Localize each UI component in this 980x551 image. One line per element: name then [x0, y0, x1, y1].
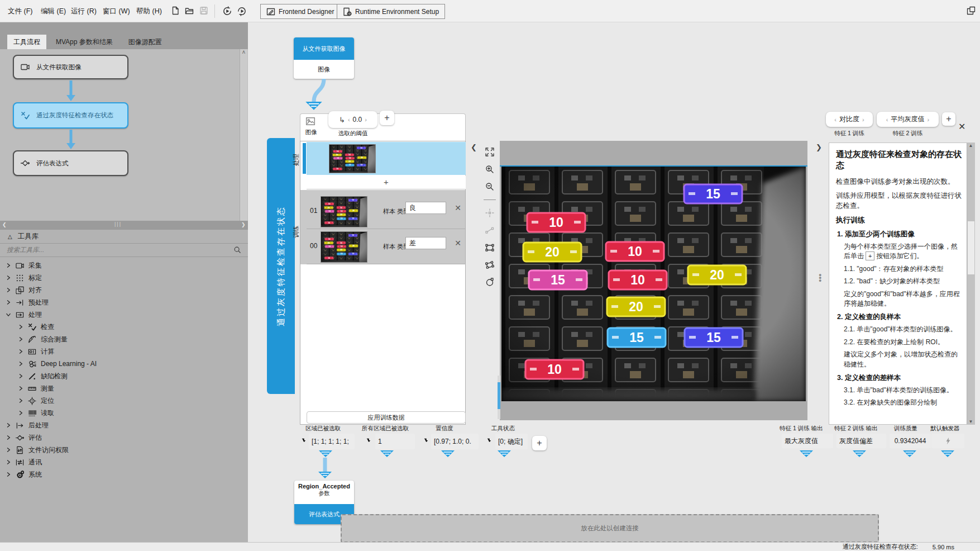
image-viewer[interactable] — [500, 141, 807, 420]
scroll-down-icon[interactable]: ▼ — [967, 419, 974, 424]
prev-feature[interactable]: ‹ — [834, 116, 836, 123]
library-item-calculation[interactable]: 计算 — [0, 345, 248, 358]
flow-vertical-scrollbar[interactable]: ˄ — [240, 49, 247, 248]
menu-run[interactable]: 运行 (R) — [69, 0, 99, 22]
training-quality-value[interactable]: 0.9342044 — [890, 434, 931, 448]
tool-library-header[interactable]: △ 工具库 — [0, 229, 248, 244]
library-item-acquisition[interactable]: 采集 — [0, 259, 248, 272]
run-continuous-icon[interactable] — [237, 6, 247, 16]
viewer-scrollbar[interactable] — [498, 376, 500, 419]
scrollbar-thumb[interactable] — [968, 221, 974, 274]
output-port-triangle[interactable] — [380, 450, 394, 458]
threshold-stepper[interactable]: ↳ ‹ 0.0 › — [328, 111, 377, 128]
library-item-reading[interactable]: 读取 — [0, 407, 248, 419]
library-item-deep-learning-ai[interactable]: Deep Learning - AI — [0, 358, 248, 370]
library-item-inspection[interactable]: 检查 — [0, 321, 248, 333]
feature1-selector[interactable]: ‹ 对比度 › — [826, 112, 873, 127]
add-input-button[interactable]: + — [380, 111, 394, 125]
library-item-communication[interactable]: 通讯 — [0, 456, 248, 468]
scrollbar-grip[interactable]: ||| — [114, 221, 122, 227]
flow-horizontal-scrollbar[interactable]: ❮ ||| ❯ — [0, 221, 248, 229]
prev-feature[interactable]: ‹ — [886, 116, 888, 123]
frontend-designer-button[interactable]: Frontend Designer — [260, 4, 340, 19]
output-value-tool-status[interactable]: [0; 确定] — [495, 434, 528, 449]
add-output-button[interactable]: + — [532, 436, 547, 450]
library-item-positioning[interactable]: 定位 — [0, 395, 248, 407]
library-search-input[interactable] — [0, 244, 226, 256]
library-item-preprocessing[interactable]: 预处理 — [0, 296, 248, 308]
library-item-file-access[interactable]: 文件访问权限 — [0, 444, 248, 456]
zoom-in-icon[interactable] — [485, 165, 494, 174]
open-file-icon[interactable] — [185, 6, 194, 15]
output-port-triangle[interactable] — [941, 450, 954, 458]
menu-help[interactable]: 帮助 (H) — [134, 0, 164, 22]
connection-drop-zone[interactable]: 放在此处以创建连接 — [341, 514, 879, 543]
fusebox-image[interactable] — [501, 167, 806, 401]
runtime-environment-setup-button[interactable]: Runtime Environment Setup — [337, 4, 445, 19]
run-once-icon[interactable] — [222, 6, 232, 16]
rotated-rectangle-roi-icon[interactable] — [485, 260, 494, 269]
library-item-defect-detection[interactable]: 缺陷检测 — [0, 370, 248, 382]
node-title[interactable]: 从文件获取图像 — [294, 37, 354, 60]
next-feature[interactable]: › — [862, 116, 864, 123]
menu-edit[interactable]: 编辑 (E) — [39, 0, 68, 22]
zoom-out-icon[interactable] — [485, 182, 494, 191]
node-output-port-image[interactable]: 图像 — [294, 60, 354, 79]
node-acquire-image[interactable]: 从文件获取图像 图像 — [294, 37, 354, 79]
library-item-metrology[interactable]: 综合测量 — [0, 333, 248, 345]
point-roi-icon[interactable] — [485, 208, 494, 217]
training-sample-row-01[interactable]: 01 样本 类型 良 ✕ — [307, 194, 465, 229]
segment-roi-icon[interactable] — [485, 226, 494, 235]
output-port-triangle[interactable] — [800, 450, 813, 458]
library-item-measurement[interactable]: 测量 — [0, 382, 248, 395]
feature1-output-value[interactable]: 最大灰度值 — [782, 434, 833, 448]
new-file-icon[interactable] — [171, 6, 180, 15]
image-input-icon[interactable] — [305, 116, 316, 126]
library-item-alignment[interactable]: 对齐 — [0, 284, 248, 296]
output-port-triangle[interactable] — [498, 450, 511, 458]
tool-banner[interactable]: 通过灰度特征检查存在状态 — [267, 138, 295, 394]
circle-roi-icon[interactable] — [485, 278, 494, 287]
fit-image-icon[interactable] — [485, 148, 494, 156]
sample-type-dropdown[interactable]: 良 — [405, 202, 446, 214]
tab-image-source[interactable]: 图像源配置 — [122, 35, 168, 49]
collapse-right-chevron[interactable]: ❯ — [816, 143, 822, 151]
apply-training-data-button[interactable]: 应用训练数据 — [307, 411, 466, 424]
add-processing-image-button[interactable]: + — [307, 175, 466, 189]
processing-thumbnail[interactable] — [329, 144, 376, 173]
output-port-triangle[interactable] — [441, 450, 455, 458]
stepper-decrease[interactable]: ‹ — [348, 116, 350, 123]
menu-window[interactable]: 窗口 (W) — [101, 0, 132, 22]
scroll-up-icon[interactable]: ▲ — [967, 143, 974, 148]
feature2-selector[interactable]: ‹ 平均灰度值 › — [877, 112, 939, 127]
collapse-left-chevron[interactable]: ❮ — [471, 143, 477, 151]
next-feature[interactable]: › — [928, 116, 930, 123]
panel-resize-grip[interactable]: ●●● — [819, 274, 822, 296]
training-sample-row-00[interactable]: 00 样本 类型 差 ✕ — [307, 230, 465, 264]
menu-file[interactable]: 文件 (F) — [6, 0, 35, 22]
sample-thumbnail[interactable] — [321, 231, 367, 263]
output-port-triangle[interactable] — [319, 450, 332, 458]
scroll-right-icon[interactable]: ❯ — [241, 222, 246, 227]
eval-input-arrow[interactable] — [318, 472, 332, 479]
panel-layout-icon[interactable] — [967, 6, 976, 15]
help-scrollbar[interactable]: ▲ ▼ — [967, 143, 974, 424]
output-port-triangle[interactable] — [903, 450, 916, 458]
save-icon[interactable] — [199, 6, 208, 15]
rectangle-roi-icon[interactable] — [485, 243, 494, 252]
library-item-postprocessing[interactable]: 后处理 — [0, 419, 248, 431]
tab-mvapp-params[interactable]: MVApp 参数和结果 — [50, 35, 119, 49]
sample-thumbnail[interactable] — [321, 196, 367, 227]
eval-input-name[interactable]: Region_Accepted — [294, 483, 354, 490]
close-tool-view-icon[interactable]: ✕ — [958, 121, 965, 132]
library-item-processing[interactable]: 处理 — [0, 308, 248, 321]
add-feature-button[interactable]: + — [942, 112, 955, 126]
default-trigger-value[interactable] — [931, 434, 964, 448]
stepper-increase[interactable]: › — [365, 116, 367, 123]
feature2-output-value[interactable]: 灰度值偏差 — [836, 434, 886, 448]
sample-type-dropdown[interactable]: 差 — [405, 237, 446, 249]
output-value-confidence[interactable]: [0.97; 1.0; 0. — [431, 434, 479, 449]
tab-tool-flow[interactable]: 工具流程 — [7, 35, 46, 49]
library-item-system[interactable]: 系统 — [0, 468, 248, 481]
output-value-region-selected[interactable]: [1; 1; 1; 1; 1; — [309, 434, 355, 449]
